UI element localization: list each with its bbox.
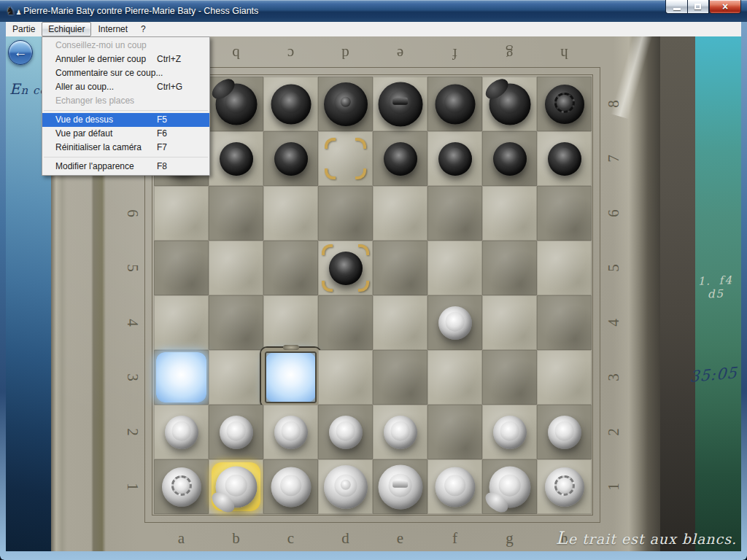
square-f6[interactable] [427, 186, 482, 241]
menu-item-echiquier[interactable]: Echiquier [42, 22, 91, 36]
piece-black-king-e8[interactable] [378, 82, 422, 126]
square-a4[interactable] [154, 295, 209, 350]
minimize-button[interactable] [665, 0, 687, 14]
square-g3[interactable] [482, 350, 537, 405]
menu-separator [44, 157, 208, 158]
menu-option-vue-de-dessus[interactable]: Vue de dessusF5 [42, 113, 209, 127]
menu-item-internet[interactable]: Internet [91, 22, 134, 36]
piece-white-pawn-g2[interactable] [493, 416, 527, 449]
menu-item-?[interactable]: ? [134, 22, 152, 36]
menu-option-label: Conseillez-moi un coup [55, 39, 157, 52]
square-d7[interactable] [318, 131, 373, 186]
piece-white-pawn-h2[interactable] [548, 416, 581, 449]
piece-white-rook-h1[interactable] [545, 467, 584, 507]
square-g4[interactable] [482, 295, 537, 350]
square-a3[interactable] [154, 350, 209, 405]
piece-black-knight-b8[interactable] [215, 83, 257, 125]
piece-white-pawn-c2[interactable] [274, 416, 308, 449]
piece-black-pawn-g7[interactable] [493, 142, 527, 176]
square-b5[interactable] [209, 241, 263, 295]
menu-option-aller-au-coup[interactable]: Aller au coup...Ctrl+G [42, 80, 209, 94]
square-e3[interactable] [373, 350, 427, 405]
menu-option-vue-par-d-faut[interactable]: Vue par défautF6 [42, 127, 209, 141]
square-h3[interactable] [537, 350, 592, 405]
square-d4[interactable] [318, 295, 373, 350]
piece-black-pawn-e7[interactable] [384, 142, 417, 176]
close-button[interactable]: × [709, 0, 741, 14]
square-b6[interactable] [209, 186, 263, 241]
square-h6[interactable] [537, 186, 592, 241]
marker-legal-move-a3[interactable] [156, 352, 206, 402]
file-label-bottom-f: f [427, 528, 482, 548]
square-b3[interactable] [209, 350, 263, 405]
piece-black-bishop-f8[interactable] [435, 84, 475, 124]
menu-option-annuler-le-dernier-coup[interactable]: Annuler le dernier coupCtrl+Z [42, 52, 209, 66]
piece-black-knight-g8[interactable] [489, 83, 530, 125]
minimize-icon [673, 8, 681, 10]
piece-white-pawn-a2[interactable] [165, 416, 198, 449]
square-h5[interactable] [537, 241, 592, 295]
title-bar[interactable]: ♞♟ Pierre-Marie Baty contre Pierre-Marie… [0, 0, 747, 22]
square-h4[interactable] [537, 295, 592, 350]
square-g5[interactable] [482, 241, 537, 295]
square-e5[interactable] [373, 241, 427, 295]
rank-label-right-1: 1 [587, 475, 641, 499]
echiquier-menu: Conseillez-moi un coupAnnuler le dernier… [42, 36, 210, 176]
piece-head [445, 148, 465, 168]
maximize-button[interactable] [687, 0, 709, 14]
square-d6[interactable] [318, 186, 373, 241]
piece-black-bishop-c8[interactable] [271, 84, 311, 124]
piece-black-pawn-f7[interactable] [438, 142, 472, 176]
square-b4[interactable] [209, 295, 263, 350]
menu-option-commentaire-sur-ce-coup[interactable]: Commentaire sur ce coup... [42, 66, 209, 80]
piece-black-rook-h8[interactable] [545, 85, 584, 124]
piece-head [281, 148, 301, 168]
file-label-bottom-b: b [209, 528, 263, 548]
piece-head [171, 421, 191, 441]
piece-head [499, 475, 521, 497]
piece-head [280, 475, 301, 497]
square-c3[interactable] [263, 350, 318, 405]
piece-black-pawn-c7[interactable] [274, 142, 308, 176]
menu-item-partie[interactable]: Partie [6, 22, 42, 36]
piece-white-knight-g1[interactable] [489, 466, 530, 508]
back-button[interactable]: ← [8, 40, 33, 65]
square-c4[interactable] [263, 295, 318, 350]
file-label-top-b: b [209, 44, 263, 64]
square-f2[interactable] [427, 405, 482, 459]
piece-white-bishop-c1[interactable] [271, 467, 311, 507]
square-g6[interactable] [482, 186, 537, 241]
marker-move-from-corner [325, 168, 336, 179]
piece-black-pawn-b7[interactable] [220, 142, 253, 176]
piece-white-queen-d1[interactable] [324, 465, 368, 509]
piece-white-king-e1[interactable] [378, 464, 422, 509]
piece-head [336, 257, 355, 277]
square-c5[interactable] [263, 241, 318, 295]
piece-head [500, 148, 519, 168]
square-e4[interactable] [373, 295, 427, 350]
piece-white-pawn-f4[interactable] [438, 306, 472, 340]
file-label-bottom-c: c [263, 528, 318, 548]
square-a5[interactable] [154, 241, 209, 295]
piece-white-pawn-e2[interactable] [384, 416, 417, 449]
piece-white-pawn-d2[interactable] [329, 416, 363, 449]
square-d3[interactable] [318, 350, 373, 405]
piece-black-queen-d8[interactable] [324, 82, 368, 126]
piece-white-bishop-f1[interactable] [435, 467, 475, 507]
menu-option-label: Vue par défaut [55, 127, 157, 141]
piece-white-knight-b1[interactable] [215, 466, 257, 508]
rank-label-right-6: 6 [587, 201, 641, 226]
square-f5[interactable] [427, 241, 482, 295]
square-f3[interactable] [427, 350, 482, 405]
square-a6[interactable] [154, 186, 209, 241]
square-c6[interactable] [263, 186, 318, 241]
menu-option-modifier-l-apparence[interactable]: Modifier l'apparenceF8 [42, 160, 209, 174]
piece-black-pawn-d5[interactable] [329, 252, 363, 285]
piece-white-pawn-b2[interactable] [220, 416, 253, 449]
menu-option-r-initialiser-la-cam-ra[interactable]: Réinitialiser la caméraF7 [42, 141, 209, 155]
piece-head [554, 421, 574, 441]
piece-black-pawn-h7[interactable] [548, 142, 581, 176]
square-e6[interactable] [373, 186, 427, 241]
menu-option-shortcut [157, 39, 202, 52]
piece-white-rook-a1[interactable] [162, 467, 201, 507]
